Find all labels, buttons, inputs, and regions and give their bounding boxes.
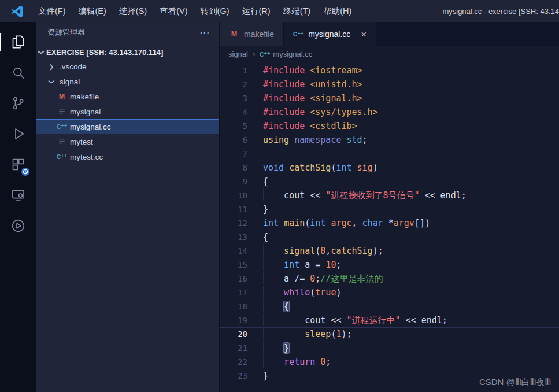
code-line-8[interactable]: 8void catchSig(int sig) (220, 161, 559, 175)
line-number: 1 (220, 64, 247, 77)
activity-bar (0, 22, 36, 392)
code-line-3[interactable]: 3#include <signal.h> (220, 91, 559, 105)
breadcrumb-label: mysignal.cc (273, 50, 312, 58)
tree-item-mytest[interactable]: mytest (36, 134, 219, 149)
tree-item-signal[interactable]: ❯signal (36, 74, 219, 89)
main-area: 资源管理器 ⋯ ❯ EXERCISE [SSH: 43.143.170.114]… (0, 22, 559, 392)
menu-item-go[interactable]: 转到(G) (194, 0, 236, 22)
line-number: 17 (220, 286, 247, 299)
menu-item-view[interactable]: 查看(V) (153, 0, 194, 22)
menubar: 文件(F)编辑(E)选择(S)查看(V)转到(G)运行(R)终端(T)帮助(H) (32, 0, 358, 22)
editor-area: MmakefileC⁺⁺mysignal.cc× signal›C⁺⁺mysig… (220, 22, 559, 392)
line-number: 11 (220, 202, 247, 216)
code-line-5[interactable]: 5#include <cstdlib> (220, 119, 559, 133)
code-line-15[interactable]: 15int a = 10; (220, 258, 559, 272)
remote-explorer-icon[interactable] (0, 180, 36, 210)
tree-item-mytest.cc[interactable]: C⁺⁺mytest.cc (36, 149, 219, 164)
code-line-18[interactable]: 18{ (220, 299, 559, 313)
line-number: 6 (220, 133, 247, 147)
code-line-7[interactable]: 7 (220, 147, 559, 161)
search-icon[interactable] (0, 57, 36, 88)
code-text: #include <unistd.h> (263, 77, 362, 91)
code-line-21[interactable]: 21} (220, 341, 559, 355)
menu-item-edit[interactable]: 编辑(E) (72, 0, 113, 22)
code-line-6[interactable]: 6using namespace std; (220, 133, 559, 147)
line-number: 22 (220, 355, 247, 369)
extensions-icon[interactable] (0, 149, 36, 180)
code-text: using namespace std; (263, 133, 368, 147)
vscode-window: 文件(F)编辑(E)选择(S)查看(V)转到(G)运行(R)终端(T)帮助(H)… (0, 0, 559, 392)
code-line-12[interactable]: 12int main(int argc, char *argv[]) (220, 216, 559, 230)
tab-bar: MmakefileC⁺⁺mysignal.cc× (220, 22, 559, 46)
more-actions-icon[interactable]: ⋯ (199, 27, 210, 39)
code-line-19[interactable]: 19cout << "进程运行中" << endl; (220, 313, 559, 327)
code-text: { (263, 299, 289, 313)
menu-item-file[interactable]: 文件(F) (32, 0, 72, 22)
code-text: a /= 0;//这里是非法的 (263, 272, 383, 286)
breadcrumb-item[interactable]: signal (228, 50, 248, 58)
code-line-16[interactable]: 16a /= 0;//这里是非法的 (220, 272, 559, 286)
breadcrumb-item[interactable]: C⁺⁺mysignal.cc (260, 50, 312, 59)
code-line-4[interactable]: 4#include <sys/types.h> (220, 105, 559, 119)
tab-mysignal.cc[interactable]: C⁺⁺mysignal.cc× (284, 22, 376, 46)
code-line-1[interactable]: 1#include <iostream> (220, 64, 559, 77)
code-line-17[interactable]: 17while(true) (220, 286, 559, 299)
line-number: 2 (220, 77, 247, 91)
code-text: sleep(1); (263, 327, 352, 341)
tree-item-mysignal[interactable]: mysignal (36, 104, 219, 119)
close-icon[interactable]: × (361, 29, 367, 39)
code-line-9[interactable]: 9{ (220, 175, 559, 188)
line-number: 15 (220, 258, 247, 272)
window-title: mysignal.cc - exercise [SSH: 43.14 (358, 7, 559, 16)
tree-item-label: .vscode (60, 62, 87, 71)
tab-makefile[interactable]: Mmakefile (220, 22, 284, 46)
menu-item-run[interactable]: 运行(R) (235, 0, 276, 22)
code-line-14[interactable]: 14signal(8,catchSig); (220, 244, 559, 258)
line-number: 23 (220, 369, 247, 383)
code-text: { (263, 175, 268, 188)
breadcrumb-label: signal (228, 50, 248, 58)
code-text: { (263, 230, 268, 244)
line-number: 18 (220, 299, 247, 313)
code-text: return 0; (263, 355, 331, 369)
code-line-13[interactable]: 13{ (220, 230, 559, 244)
code-line-2[interactable]: 2#include <unistd.h> (220, 77, 559, 91)
code-text: } (263, 341, 289, 355)
line-number: 12 (220, 216, 247, 230)
tree-item-label: mysignal (70, 108, 101, 116)
chevron-down-icon: ❯ (38, 47, 45, 57)
menu-item-terminal[interactable]: 终端(T) (277, 0, 317, 22)
source-control-icon[interactable] (0, 88, 36, 119)
code-editor[interactable]: 1#include <iostream>2#include <unistd.h>… (220, 62, 559, 392)
line-number: 5 (220, 119, 247, 133)
run-circle-icon[interactable] (0, 210, 36, 241)
tab-label: mysignal.cc (308, 29, 350, 39)
code-text: #include <iostream> (263, 64, 362, 77)
line-number: 4 (220, 105, 247, 119)
tree-item-label: mysignal.cc (70, 123, 111, 131)
line-number: 9 (220, 175, 247, 188)
line-number: 21 (220, 341, 247, 355)
code-line-22[interactable]: 22return 0; (220, 355, 559, 369)
sidebar-header: 资源管理器 ⋯ (36, 22, 219, 43)
code-line-11[interactable]: 11} (220, 202, 559, 216)
explorer-icon[interactable] (0, 27, 36, 57)
tree-item-mysignal.cc[interactable]: C⁺⁺mysignal.cc (36, 119, 219, 134)
cpp-file-icon: C⁺⁺ (57, 122, 67, 131)
code-text: signal(8,catchSig); (263, 244, 383, 258)
menu-item-selection[interactable]: 选择(S) (113, 0, 153, 22)
makefile-icon: M (229, 29, 239, 39)
cpp-file-icon: C⁺⁺ (293, 29, 303, 39)
section-header-exercise[interactable]: ❯ EXERCISE [SSH: 43.143.170.114] (36, 45, 219, 59)
run-debug-icon[interactable] (0, 119, 36, 149)
tree-item-.vscode[interactable]: ❯.vscode (36, 59, 219, 74)
menu-item-help[interactable]: 帮助(H) (317, 0, 358, 22)
code-text: #include <signal.h> (263, 91, 362, 105)
line-number: 3 (220, 91, 247, 105)
explorer-title: 资源管理器 (47, 27, 85, 38)
code-line-10[interactable]: 10cout << "进程接收到了8号信号" << endl; (220, 188, 559, 202)
code-line-20[interactable]: 20sleep(1); (220, 327, 559, 341)
tree-item-makefile[interactable]: Mmakefile (36, 89, 219, 104)
line-number: 13 (220, 230, 247, 244)
tree-item-label: mytest (70, 138, 93, 146)
